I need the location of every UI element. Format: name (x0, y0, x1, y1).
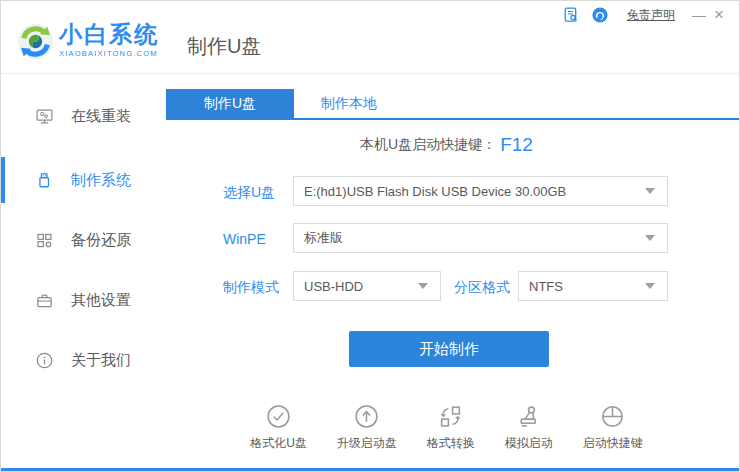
tool-label: 格式转换 (427, 435, 475, 452)
backup-grid-icon (35, 231, 54, 250)
sidebar-item-label: 在线重装 (71, 107, 131, 126)
boot-hotkey-hint: 本机U盘启动快捷键： F12 (166, 132, 727, 158)
tab-make-local[interactable]: 制作本地 (294, 89, 404, 118)
sidebar-item-label: 关于我们 (71, 351, 131, 370)
sidebar-item-about-us[interactable]: 关于我们 (1, 340, 164, 380)
sidebar-item-label: 备份还原 (71, 231, 131, 250)
tab-make-usb[interactable]: 制作U盘 (166, 89, 294, 118)
sidebar-item-make-system[interactable]: 制作系统 (1, 160, 164, 200)
window-bottom-accent (1, 468, 739, 471)
make-mode-dropdown[interactable]: USB-HDD (293, 271, 441, 301)
brand-text: 小白系统 XIAOBAIXITONG.COM (59, 22, 159, 58)
dropdown-caret-icon (645, 283, 655, 289)
winpe-label: WinPE (223, 231, 266, 247)
dropdown-caret-icon (645, 235, 655, 241)
partition-format-value: NTFS (529, 279, 563, 294)
page-title: 制作U盘 (187, 33, 261, 60)
sidebar-item-online-reinstall[interactable]: 在线重装 (1, 96, 164, 136)
app-window: 小白系统 XIAOBAIXITONG.COM 制作U盘 免责声明 — × (0, 0, 740, 472)
tool-label: 启动快捷键 (583, 435, 643, 452)
briefcase-settings-icon (35, 291, 54, 310)
start-make-button[interactable]: 开始制作 (349, 331, 549, 367)
usb-select-dropdown[interactable]: E:(hd1)USB Flash Disk USB Device 30.00GB (293, 176, 668, 206)
usb-select-label: 选择U盘 (223, 184, 275, 202)
sidebar-item-other-settings[interactable]: 其他设置 (1, 280, 164, 320)
check-circle-icon (266, 404, 291, 429)
disclaimer-link[interactable]: 免责声明 (627, 7, 675, 24)
brand-name: 小白系统 (59, 22, 159, 47)
boot-hotkey-label: 本机U盘启动快捷键： (360, 136, 496, 154)
tool-upgrade-boot-disk[interactable]: 升级启动盘 (337, 404, 397, 452)
bottom-tools: 格式化U盘 升级启动盘 格式转换 (166, 404, 727, 452)
sidebar-item-backup-restore[interactable]: 备份还原 (1, 220, 164, 260)
close-button[interactable]: × (709, 5, 729, 25)
stamp-icon (516, 404, 541, 429)
tab-underline (166, 118, 739, 120)
dropdown-caret-icon (645, 188, 655, 194)
tool-boot-hotkey[interactable]: 启动快捷键 (583, 404, 643, 452)
sidebar-item-label: 其他设置 (71, 291, 131, 310)
make-mode-label: 制作模式 (223, 279, 279, 297)
usb-drive-icon (35, 171, 54, 190)
disclaimer-doc-icon[interactable] (563, 7, 579, 23)
tool-format-convert[interactable]: 格式转换 (427, 404, 475, 452)
tool-simulate-boot[interactable]: 模拟启动 (505, 404, 553, 452)
winpe-value: 标准版 (304, 229, 343, 247)
monitor-reinstall-icon (35, 107, 54, 126)
boot-hotkey-value: F12 (500, 134, 533, 156)
minimize-button[interactable]: — (689, 5, 709, 25)
usb-select-value: E:(hd1)USB Flash Disk USB Device 30.00GB (304, 184, 566, 199)
brand-subtitle: XIAOBAIXITONG.COM (59, 49, 159, 58)
partition-format-dropdown[interactable]: NTFS (518, 271, 668, 301)
upload-circle-icon (354, 404, 379, 429)
sidebar-item-label: 制作系统 (71, 171, 131, 190)
dropdown-caret-icon (418, 283, 428, 289)
header-divider (1, 73, 739, 74)
partition-format-label: 分区格式 (454, 279, 510, 297)
winpe-dropdown[interactable]: 标准版 (293, 223, 668, 253)
make-mode-value: USB-HDD (304, 279, 363, 294)
tool-label: 格式化U盘 (250, 435, 307, 452)
info-circle-icon (35, 351, 54, 370)
convert-icon (438, 404, 463, 429)
customer-service-icon[interactable] (592, 7, 608, 23)
titlebar-controls: 免责声明 — × (563, 5, 729, 25)
tool-format-usb[interactable]: 格式化U盘 (250, 404, 307, 452)
tool-label: 升级启动盘 (337, 435, 397, 452)
brand-logo (17, 23, 54, 60)
mouse-icon (600, 404, 625, 429)
tool-label: 模拟启动 (505, 435, 553, 452)
